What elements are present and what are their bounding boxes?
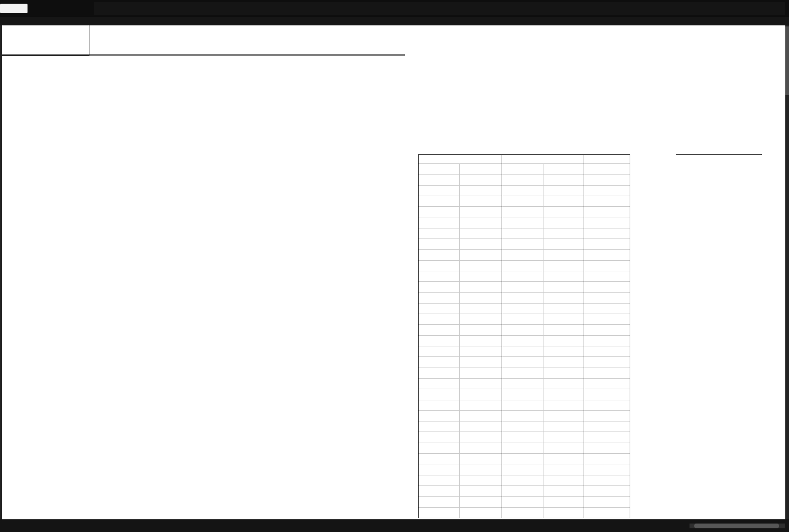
labor-right-header bbox=[719, 155, 763, 162]
cost-block-divider bbox=[630, 154, 630, 518]
cost-header-rule bbox=[418, 154, 630, 155]
horizontal-scrollbar[interactable] bbox=[690, 524, 785, 528]
cost-header-rule bbox=[676, 154, 762, 155]
tabs-scroll-left-icon[interactable] bbox=[0, 519, 7, 532]
material-right-header bbox=[676, 155, 719, 162]
vertical-scrollbar-thumb[interactable] bbox=[785, 26, 789, 95]
spreadsheet-app bbox=[0, 0, 789, 532]
cost-block-divider bbox=[502, 154, 502, 518]
formula-input[interactable] bbox=[94, 2, 785, 15]
tabs-scroll-right-icon[interactable] bbox=[7, 519, 15, 532]
left-edge-strip bbox=[0, 17, 2, 519]
grid-divider bbox=[543, 163, 543, 518]
formula-toolbar bbox=[0, 0, 789, 17]
add-sheet-button[interactable] bbox=[34, 519, 44, 532]
column-header-row bbox=[0, 17, 789, 25]
grid-divider bbox=[459, 163, 460, 518]
sheet-tab-bar bbox=[0, 519, 789, 532]
money-grid-lines bbox=[419, 163, 630, 518]
name-box[interactable] bbox=[0, 4, 28, 13]
tab-bar-menu-icon[interactable] bbox=[678, 519, 684, 532]
labor-header bbox=[502, 155, 584, 162]
header-rule bbox=[2, 54, 405, 56]
company-logo bbox=[2, 25, 3, 54]
material-header bbox=[418, 155, 502, 162]
total-header bbox=[584, 155, 630, 162]
cost-block-divider bbox=[418, 154, 419, 518]
horizontal-scrollbar-thumb[interactable] bbox=[694, 524, 779, 528]
cost-block-divider bbox=[584, 154, 584, 518]
selection-outline bbox=[2, 25, 89, 56]
tab-bar-spacer bbox=[44, 519, 678, 532]
